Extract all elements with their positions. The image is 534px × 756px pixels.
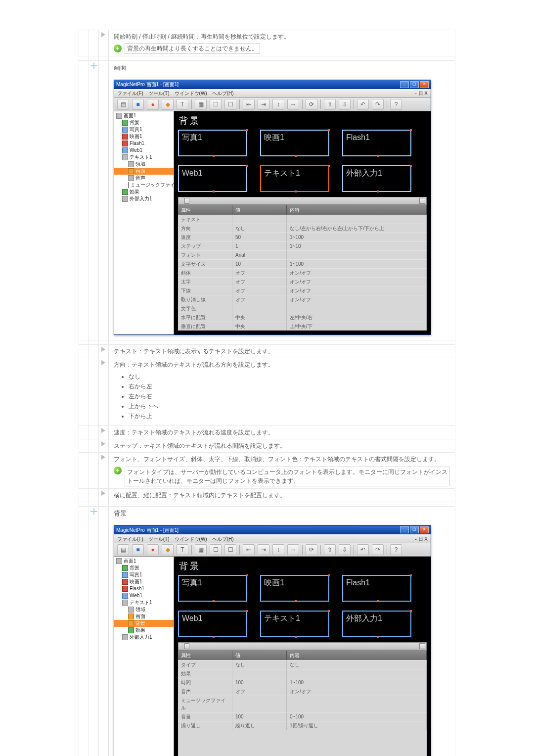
- toolbar-icon[interactable]: ▦: [195, 99, 207, 110]
- menu-file[interactable]: ファイル(F): [117, 90, 143, 97]
- tree-node[interactable]: Web1: [114, 147, 174, 154]
- tile-external[interactable]: 外部入力1: [342, 165, 411, 192]
- tree-node[interactable]: 画面1: [114, 112, 174, 119]
- toolbar-icon[interactable]: ⇤: [243, 99, 255, 110]
- toolbar-icon[interactable]: ↔: [287, 99, 299, 110]
- tree-node[interactable]: 背景: [114, 119, 174, 126]
- property-cell[interactable]: オフ: [232, 687, 287, 696]
- mdi-controls[interactable]: - 日 X: [415, 535, 428, 543]
- toolbar-icon[interactable]: ⇤: [243, 544, 255, 555]
- minimize-icon[interactable]: _: [400, 81, 409, 88]
- tile-text[interactable]: テキスト1: [260, 611, 329, 637]
- menu-help[interactable]: ヘルプ(H): [212, 90, 234, 97]
- horizontal-scrollbar[interactable]: [178, 197, 427, 205]
- toolbar-icon[interactable]: ▤: [117, 99, 129, 110]
- toolbar-icon[interactable]: ⟳: [306, 99, 317, 110]
- property-cell[interactable]: 中央: [232, 322, 287, 331]
- property-cell[interactable]: 100: [232, 712, 287, 721]
- tree-node[interactable]: 画面: [114, 168, 174, 175]
- tree-node[interactable]: 効果: [114, 627, 174, 634]
- horizontal-scrollbar[interactable]: [178, 642, 427, 650]
- menu-window[interactable]: ウインドウ(W): [175, 90, 207, 97]
- close-icon[interactable]: X: [420, 81, 429, 88]
- toolbar-icon[interactable]: ↕: [272, 99, 284, 110]
- maximize-icon[interactable]: ▢: [410, 526, 419, 533]
- tile-external[interactable]: 外部入力1: [342, 611, 411, 637]
- toolbar-icon[interactable]: ⇧: [324, 99, 336, 110]
- minimize-icon[interactable]: _: [400, 526, 409, 533]
- property-cell[interactable]: 繰り返し: [232, 721, 287, 730]
- tree-node[interactable]: 画面: [114, 613, 174, 620]
- mdi-controls[interactable]: - 日 X: [415, 90, 428, 97]
- toolbar-icon[interactable]: ▦: [195, 544, 207, 555]
- tree-node[interactable]: 領域: [114, 606, 174, 613]
- tile-web[interactable]: Web1: [178, 611, 247, 637]
- tile-flash[interactable]: Flash1: [342, 575, 411, 602]
- property-cell[interactable]: 中央: [232, 313, 287, 322]
- toolbar-icon[interactable]: ↔: [287, 544, 299, 555]
- toolbar-icon[interactable]: ↕: [272, 544, 284, 555]
- tile-movie[interactable]: 映画1: [260, 575, 329, 602]
- toolbar-icon[interactable]: ☐: [210, 99, 222, 110]
- property-cell[interactable]: Arial: [232, 250, 287, 259]
- toolbar-icon[interactable]: ↶: [357, 544, 369, 555]
- toolbar-icon[interactable]: T: [177, 99, 188, 110]
- tree-node[interactable]: 背景: [114, 620, 174, 627]
- toolbar-icon[interactable]: ●: [147, 99, 159, 110]
- property-cell[interactable]: [232, 669, 287, 678]
- toolbar-icon[interactable]: ☐: [224, 99, 236, 110]
- tree-node[interactable]: テキスト1: [114, 599, 174, 606]
- property-cell[interactable]: [232, 215, 287, 224]
- tree-node[interactable]: Flash1: [114, 140, 174, 147]
- toolbar-icon[interactable]: ?: [390, 99, 402, 110]
- tree-node[interactable]: 映画1: [114, 133, 174, 140]
- tree-node[interactable]: 効果: [114, 189, 174, 195]
- property-cell[interactable]: 100: [232, 678, 287, 687]
- property-cell[interactable]: オフ: [232, 286, 287, 295]
- tree-node[interactable]: 外部入力1: [114, 195, 174, 202]
- toolbar-icon[interactable]: ▤: [117, 544, 129, 555]
- menu-tool[interactable]: ツール(T): [148, 535, 170, 543]
- tree-node[interactable]: ミュージックファイル: [114, 182, 174, 189]
- toolbar-icon[interactable]: ⇥: [258, 544, 269, 555]
- tile-photo[interactable]: 写真1: [178, 130, 247, 156]
- property-cell[interactable]: オフ: [232, 277, 287, 286]
- toolbar-icon[interactable]: ◆: [162, 99, 174, 110]
- tree-node[interactable]: 音声: [114, 175, 174, 182]
- maximize-icon[interactable]: ▢: [410, 81, 419, 88]
- tree-node[interactable]: 領域: [114, 161, 174, 168]
- property-cell[interactable]: [232, 304, 287, 313]
- toolbar-icon[interactable]: ↷: [372, 99, 384, 110]
- tree-node[interactable]: 写真1: [114, 571, 174, 578]
- property-cell[interactable]: なし: [232, 660, 287, 669]
- toolbar-icon[interactable]: T: [177, 544, 188, 555]
- toolbar-icon[interactable]: ☐: [224, 544, 236, 555]
- toolbar-icon[interactable]: ■: [132, 99, 144, 110]
- property-cell[interactable]: 10: [232, 259, 287, 268]
- toolbar-icon[interactable]: ■: [132, 544, 144, 555]
- toolbar-icon[interactable]: ⟳: [306, 544, 317, 555]
- menu-tool[interactable]: ツール(T): [148, 90, 170, 97]
- tree-node[interactable]: 映画1: [114, 578, 174, 585]
- property-cell[interactable]: 1: [232, 241, 287, 250]
- tree-node[interactable]: 写真1: [114, 126, 174, 133]
- property-cell[interactable]: 50: [232, 233, 287, 241]
- toolbar-icon[interactable]: ?: [390, 544, 402, 555]
- toolbar-icon[interactable]: ↷: [372, 544, 384, 555]
- menu-help[interactable]: ヘルプ(H): [212, 535, 234, 543]
- tree-node[interactable]: Web1: [114, 592, 174, 599]
- toolbar-icon[interactable]: ◆: [162, 544, 174, 555]
- toolbar-icon[interactable]: ☐: [210, 544, 222, 555]
- tree-node[interactable]: 外部入力1: [114, 634, 174, 641]
- toolbar-icon[interactable]: ↶: [357, 99, 369, 110]
- property-cell[interactable]: [232, 696, 287, 712]
- toolbar-icon[interactable]: ●: [147, 544, 159, 555]
- tree-node[interactable]: 画面1: [114, 558, 174, 565]
- toolbar-icon[interactable]: ⇩: [339, 544, 351, 555]
- tree-node[interactable]: Flash1: [114, 585, 174, 592]
- toolbar-icon[interactable]: ⇥: [258, 99, 269, 110]
- tile-text[interactable]: テキスト1: [260, 165, 329, 192]
- menu-file[interactable]: ファイル(F): [117, 535, 143, 543]
- property-cell[interactable]: オフ: [232, 295, 287, 304]
- property-cell[interactable]: オフ: [232, 268, 287, 277]
